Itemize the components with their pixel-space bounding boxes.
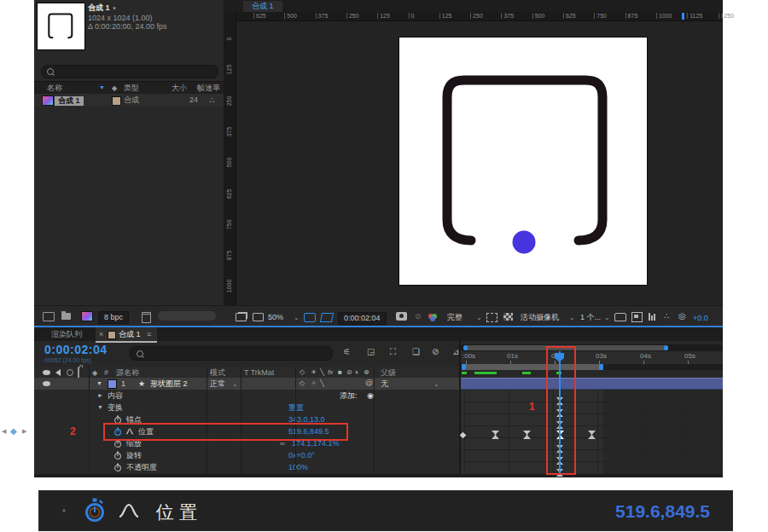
- scrollbar-cap-right[interactable]: [664, 345, 668, 350]
- shy-layers-icon[interactable]: ⛶: [390, 348, 396, 356]
- adjustment-switch-icon[interactable]: ◐: [355, 369, 359, 376]
- prop-row-transform[interactable]: ▼ 变换 重置: [34, 402, 461, 413]
- magnified-value[interactable]: 519.6,849.5: [615, 501, 710, 522]
- timeline-h-scrollbar[interactable]: [461, 344, 723, 351]
- solo-icon[interactable]: [67, 369, 73, 376]
- work-area-end-handle[interactable]: [599, 364, 603, 370]
- reset-link[interactable]: 重置: [288, 404, 304, 412]
- camera-view-dropdown[interactable]: 活动摄像机: [521, 314, 559, 321]
- viewer-tab-comp[interactable]: 合成 1: [243, 1, 282, 12]
- prev-keyframe-icon[interactable]: ◀: [2, 428, 6, 435]
- keyframe-icon[interactable]: [588, 427, 596, 442]
- stopwatch-icon-large[interactable]: [84, 498, 106, 523]
- folder-icon[interactable]: [61, 313, 71, 320]
- quality-switch-icon[interactable]: ╲: [320, 369, 324, 376]
- prop-row-rotation[interactable]: 旋转 0x+0.0°: [34, 449, 461, 461]
- sort-arrow-icon[interactable]: ▼: [99, 84, 105, 90]
- exposure-value[interactable]: +0.0: [693, 314, 708, 322]
- scale-value[interactable]: 174.1,174.1%: [292, 440, 340, 448]
- fx-switch-icon[interactable]: fx: [328, 369, 333, 376]
- prop-row-contents[interactable]: ► 内容 添加: ◉: [34, 390, 461, 402]
- scrollbar-cap-left[interactable]: [463, 345, 468, 350]
- audio-icon[interactable]: [55, 369, 61, 376]
- work-area-track[interactable]: [461, 364, 723, 370]
- stopwatch-icon[interactable]: [113, 463, 122, 471]
- chevron-down-icon[interactable]: ⌄: [232, 380, 238, 388]
- work-area-start-handle[interactable]: [462, 364, 466, 370]
- layer-quality-switch[interactable]: ╲: [320, 380, 324, 387]
- chevron-down-icon[interactable]: ⌄: [569, 314, 575, 321]
- col-type[interactable]: 类型: [124, 84, 139, 92]
- snapshot-camera-icon[interactable]: [396, 312, 407, 321]
- 3d-switch-icon[interactable]: ⊕: [364, 369, 369, 376]
- layer-color-swatch[interactable]: [108, 379, 117, 389]
- link-icon[interactable]: ∞: [280, 440, 285, 448]
- col-number[interactable]: #: [104, 369, 108, 377]
- project-item-name[interactable]: 合成 1: [55, 96, 84, 106]
- comp-thumbnail[interactable]: [37, 3, 85, 50]
- tab-render-queue[interactable]: 渲染队列: [51, 331, 82, 338]
- col-framerate[interactable]: 帧速率: [197, 84, 220, 92]
- footage-icon[interactable]: [43, 312, 55, 321]
- trash-icon[interactable]: [142, 312, 151, 323]
- label-color-swatch[interactable]: [112, 96, 121, 106]
- prop-label[interactable]: 缩放: [126, 440, 142, 448]
- disclosure-triangle[interactable]: ►: [97, 392, 103, 398]
- col-parent[interactable]: 父级: [381, 369, 396, 377]
- prop-label[interactable]: 内容: [108, 392, 123, 400]
- prop-label[interactable]: 旋转: [126, 452, 142, 460]
- disclosure-triangle[interactable]: ▼: [97, 404, 103, 410]
- collapse-switch-icon[interactable]: ☀: [311, 369, 317, 376]
- layer-collapse-switch[interactable]: ☀: [311, 380, 317, 387]
- col-name[interactable]: 名称: [47, 84, 62, 92]
- grid-guides-icon[interactable]: [320, 313, 334, 322]
- add-target-icon[interactable]: ◉: [367, 391, 374, 400]
- menu-icon[interactable]: ≡: [147, 330, 151, 338]
- layer-name[interactable]: 形状图层 2: [150, 380, 188, 388]
- shy-switch-icon[interactable]: ◇: [300, 369, 305, 376]
- pixel-aspect-icon[interactable]: [614, 313, 626, 321]
- chevron-down-icon[interactable]: ⌄: [433, 380, 439, 388]
- viewer-v-ruler[interactable]: 01252503755006257508751000: [224, 20, 236, 327]
- motion-blur-switch-icon[interactable]: ⊘: [346, 369, 352, 376]
- project-comp-title[interactable]: 合成 1 ▼: [88, 4, 117, 12]
- comp-mini-flowchart-icon[interactable]: ⚟: [343, 348, 351, 356]
- col-size[interactable]: 大小: [172, 84, 187, 92]
- col-mode[interactable]: 模式: [210, 369, 225, 377]
- monitor-icon[interactable]: [253, 313, 264, 321]
- opacity-value[interactable]: 100%: [288, 464, 308, 471]
- fast-previews-icon[interactable]: [631, 312, 643, 322]
- keyframe-icon[interactable]: [523, 427, 531, 442]
- eye-icon[interactable]: [43, 370, 50, 375]
- col-source-name[interactable]: 源名称: [116, 369, 139, 377]
- project-search-input[interactable]: [41, 65, 218, 78]
- roi-icon[interactable]: [486, 313, 497, 322]
- timeline-timecode[interactable]: 0:00:02:04: [44, 343, 108, 356]
- tag-icon[interactable]: ◆: [112, 84, 117, 92]
- always-preview-icon[interactable]: [236, 313, 247, 321]
- motion-blur-icon[interactable]: ⊘: [432, 348, 439, 356]
- close-icon[interactable]: ×: [99, 330, 103, 338]
- frame-blending-icon[interactable]: ❏: [412, 348, 420, 356]
- rotation-value[interactable]: 0x+0.0°: [288, 452, 315, 460]
- prop-label[interactable]: 不透明度: [126, 464, 157, 471]
- chevron-down-icon[interactable]: ⌄: [294, 314, 300, 321]
- keyframe-icon[interactable]: [492, 427, 499, 442]
- col-trkmat[interactable]: T TrkMat: [244, 369, 274, 377]
- bit-depth-button[interactable]: 8 bpc: [98, 311, 129, 324]
- new-comp-icon[interactable]: [81, 311, 93, 321]
- graph-icon-large[interactable]: [118, 503, 140, 518]
- timeline-ruler[interactable]: :00s01s02s03s04s05s: [461, 351, 723, 365]
- viewer-timecode[interactable]: 0:00:02:04: [338, 312, 387, 325]
- viewer-h-ruler[interactable]: 6255003752501250125250375500625750875100…: [236, 12, 723, 21]
- parent-dropdown[interactable]: 无: [381, 380, 388, 388]
- prop-label[interactable]: 变换: [108, 404, 123, 412]
- flowchart-icon[interactable]: ∴: [209, 95, 214, 105]
- layer-mode-dropdown[interactable]: 正常: [210, 380, 225, 388]
- prop-row-opacity[interactable]: 不透明度 100%: [34, 461, 461, 473]
- work-area-bar[interactable]: [462, 364, 603, 370]
- chevron-down-icon[interactable]: ⌄: [476, 314, 482, 321]
- timeline-search-input[interactable]: [130, 346, 333, 361]
- show-snapshot-icon[interactable]: ⊘: [415, 313, 422, 321]
- add-label[interactable]: 添加:: [340, 392, 358, 400]
